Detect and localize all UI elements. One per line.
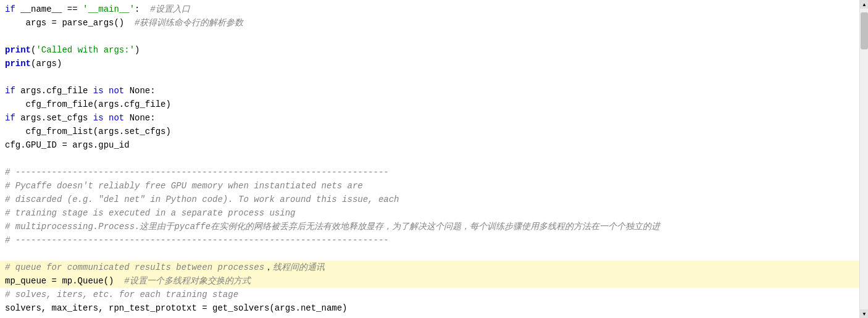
code-token: #设置入口 [150,4,190,14]
code-token: : [135,4,150,14]
code-token: print [5,45,31,55]
code-token: args = parse_args() [5,18,135,28]
code-token: (args) [31,59,62,69]
code-line: # queue for communicated results between… [0,261,859,274]
code-line: # training stage is executed in a separa… [0,206,859,220]
code-line [0,247,859,261]
code-editor: if __name__ == '__main__': #设置入口 args = … [0,0,868,318]
code-token: # discarded (e.g. "del net" in Python co… [5,195,399,204]
code-line: # multiprocessing.Process.这里由于pycaffe在实例… [0,220,859,233]
code-line [0,70,859,84]
code-token: # training stage is executed in a separa… [5,208,295,218]
code-token: is not [93,113,124,123]
code-token: # multiprocessing.Process.这里由于pycaffe在实例… [5,222,660,232]
code-line [0,30,859,43]
code-token: args.set_cfgs [15,113,93,123]
code-token: is not [93,86,124,96]
code-token: #设置一个多线程对象交换的方式 [124,276,250,286]
code-token: None: [124,113,155,123]
code-line: # solves, iters, etc. for each training … [0,288,859,301]
code-line: cfg_from_file(args.cfg_file) [0,98,859,111]
code-line [0,152,859,165]
code-token: cfg_from_list(args.set_cfgs) [5,127,171,136]
vertical-scrollbar[interactable]: ▲ ▼ [859,0,868,318]
scrollbar-thumb[interactable] [861,12,868,49]
code-line: print(args) [0,57,859,70]
code-line: if args.cfg_file is not None: [0,84,859,98]
code-token: if [5,4,15,14]
scrollbar-up-arrow[interactable]: ▲ [860,0,868,9]
code-token: if [5,113,15,123]
code-line: if __name__ == '__main__': #设置入口 [0,2,859,16]
code-token: # queue for communicated results between… [5,262,264,272]
code-line: # Pycaffe doesn't reliably free GPU memo… [0,179,859,193]
code-token: ， [264,262,273,272]
code-line: args = parse_args() #获得训练命令行的解析参数 [0,16,859,30]
code-token: mp_queue = mp.Queue() [5,276,124,286]
code-line: # discarded (e.g. "del net" in Python co… [0,193,859,206]
code-line: # --------------------------------------… [0,165,859,179]
code-token: if [5,86,15,96]
code-line: cfg.GPU_ID = args.gpu_id [0,138,859,152]
code-token: cfg_from_file(args.cfg_file) [5,99,171,109]
code-token: # Pycaffe doesn't reliably free GPU memo… [5,181,363,191]
code-token: args.cfg_file [15,86,93,96]
code-token: 线程间的通讯 [273,262,325,272]
code-line: cfg_from_list(args.set_cfgs) [0,125,859,138]
code-line: print('Called with args:') [0,43,859,57]
code-token: print [5,59,31,69]
code-token: '__main__' [83,4,135,14]
code-area[interactable]: if __name__ == '__main__': #设置入口 args = … [0,0,859,318]
code-token: __name__ == [15,4,83,14]
code-line: mp_queue = mp.Queue() #设置一个多线程对象交换的方式 [0,274,859,288]
code-token: cfg.GPU_ID = args.gpu_id [5,140,130,150]
code-token: 'Called with args:' [36,45,135,55]
code-token: ) [135,45,140,55]
code-token: #获得训练命令行的解析参数 [135,18,243,28]
scrollbar-down-arrow[interactable]: ▼ [860,309,868,318]
code-line: # --------------------------------------… [0,233,859,247]
code-line: solvers, max_iters, rpn_test_prototxt = … [0,301,859,315]
code-token: None: [124,86,155,96]
code-line: if args.set_cfgs is not None: [0,111,859,125]
code-token: # --------------------------------------… [5,235,389,245]
code-token: # --------------------------------------… [5,167,389,177]
code-token: # solves, iters, etc. for each training … [5,290,238,299]
code-token: solvers, max_iters, rpn_test_prototxt = … [5,303,348,313]
